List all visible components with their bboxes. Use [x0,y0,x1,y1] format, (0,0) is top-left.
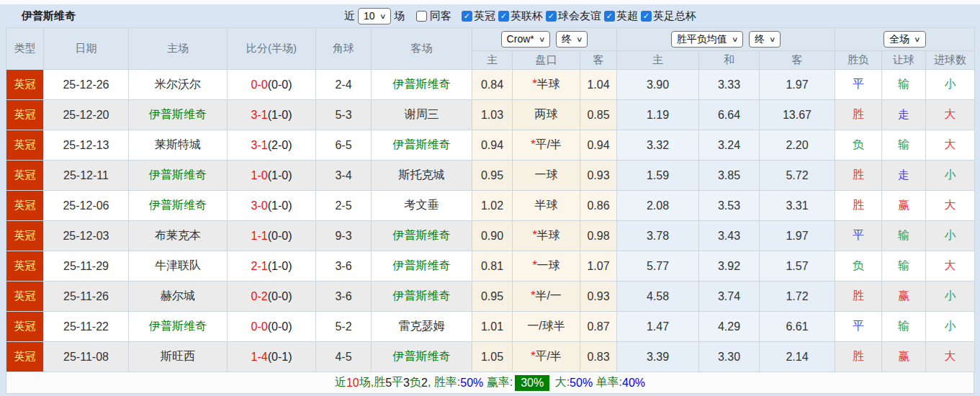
match-score: 1-1(0-0) [228,221,316,251]
handicap: *半球 [513,221,580,251]
league-filter-item[interactable]: ✓ 英联杯 [498,9,543,23]
halftime-score: (0-0) [268,290,292,302]
odds-away: 0.94 [580,130,617,161]
result-cell: 胜 [835,100,882,130]
halftime-score: (1-0) [268,109,292,121]
table-row: 英冠 25-11-29 牛津联队 2-1(1-0) 3-6 伊普斯维奇 0.81… [6,251,975,282]
league-checkbox[interactable]: ✓ [462,11,472,22]
league-checkbox[interactable]: ✓ [604,11,615,22]
halftime-score: (1-0) [268,260,292,272]
league-filter-item[interactable]: ✓ 球会友谊 [546,9,601,23]
sub-header-goals: 进球数 [926,51,975,70]
league-checkbox[interactable]: ✓ [498,11,509,22]
match-date: 25-11-22 [44,312,129,342]
league-filter-item[interactable]: ✓ 英冠 [462,9,495,23]
home-team: 米尔沃尔 [129,70,228,100]
avg-home-odds: 1.19 [617,100,699,130]
odds-company-value: Crow* [507,33,534,45]
match-score: 3-0(1-0) [228,191,316,221]
corner-score: 3-6 [316,251,372,282]
avg-away-odds: 2.20 [760,130,835,161]
match-score: 1-0(1-0) [228,161,316,191]
avg-time-value: 终 [755,33,765,45]
goals-result-cell: 大 [926,100,975,130]
odds-away: 0.93 [580,282,617,312]
avg-away-odds: 1.57 [760,251,835,282]
home-team: 伊普斯维奇 [129,100,228,130]
league-badge: 英冠 [6,70,44,100]
win-draw-lose-result: 负 [853,138,864,150]
check-icon: ✓ [606,12,613,21]
odds-home: 1.02 [472,191,513,221]
result-cell: 负 [835,251,882,282]
avg-draw-odds: 3.43 [699,221,760,251]
summary-segment: 平 [392,375,403,390]
avg-away-odds: 13.67 [760,100,835,130]
recent-games-select[interactable]: 10 ∨ [358,8,391,24]
win-draw-lose-result: 胜 [853,168,864,181]
avg-odds-select[interactable]: 胜平负均值 ∨ [671,31,743,48]
handicap-result: 输 [898,259,909,271]
sub-header-avg-home: 主 [617,51,699,70]
result-cell: 平 [835,312,882,342]
avg-home-odds: 5.77 [617,251,699,282]
match-date: 25-12-20 [44,100,129,130]
odds-home: 0.90 [472,221,513,251]
summary-segment: 大: [552,375,570,390]
goals-result: 大 [945,108,956,120]
league-badge: 英冠 [6,312,44,342]
halftime-score: (0-1) [268,351,292,363]
result-cell: 胜 [835,161,882,191]
result-cell: 平 [835,70,882,100]
avg-home-odds: 3.78 [617,221,699,251]
goals-result-cell: 大 [926,130,975,161]
avg-home-odds: 3.90 [617,70,699,100]
league-checkbox[interactable]: ✓ [641,11,652,22]
handicap-result: 输 [898,320,909,332]
match-date: 25-11-26 [44,282,129,312]
home-team: 斯旺西 [129,342,228,372]
league-checkbox[interactable]: ✓ [546,11,557,22]
table-row: 英冠 25-12-13 莱斯特城 3-1(2-0) 6-5 伊普斯维奇 0.94… [6,130,975,161]
odds-away: 0.87 [580,312,617,342]
league-filter-label: 英冠 [474,9,495,23]
toolbar: 伊普斯维奇 近 10 ∨ 场 同客 ✓ 英冠 ✓ 英联杯 ✓ 球会友谊 ✓ 英超… [0,4,980,27]
same-away-filter[interactable]: 同客 [416,9,451,23]
chevron-down-icon: ∨ [732,33,739,45]
league-badge: 英冠 [6,342,44,372]
odds-home: 0.95 [472,282,513,312]
check-icon: ✓ [643,12,649,21]
league-filter-item[interactable]: ✓ 英足总杯 [641,9,696,23]
sub-header-odds-home: 主 [472,51,513,70]
odds-away: 1.04 [580,70,617,100]
odds-home: 0.95 [472,161,513,191]
fulltime-score: 1-1 [251,230,268,242]
handicap: *半球 [513,70,580,100]
avg-away-odds: 6.61 [760,312,835,342]
summary-segment: 负 [410,375,421,390]
win-draw-lose-result: 平 [853,320,864,332]
avg-time-select[interactable]: 终 ∨ [749,31,781,48]
handicap-text: 半球 [535,199,558,211]
period-select[interactable]: 全场 ∨ [884,31,925,48]
goals-result-cell: 小 [926,282,975,312]
odds-time-select[interactable]: 终 ∨ [556,31,588,48]
same-away-checkbox[interactable] [416,11,427,22]
league-badge: 英冠 [6,100,44,130]
avg-draw-odds: 3.33 [699,70,760,100]
corner-score: 2-4 [316,70,372,100]
away-team: 谢周三 [372,100,472,130]
goals-result-cell: 小 [926,70,975,100]
handicap-text: 两球 [535,108,558,120]
avg-home-odds: 4.58 [617,282,699,312]
table-row: 英冠 25-11-08 斯旺西 1-4(0-1) 4-5 伊普斯维奇 1.05 … [6,342,975,372]
chevron-down-icon: ∨ [576,33,583,45]
odds-home: 0.94 [472,130,513,161]
odds-time-value: 终 [562,33,572,45]
corner-score: 5-2 [316,312,372,342]
check-icon: ✓ [464,12,470,21]
league-filter-item[interactable]: ✓ 英超 [604,9,638,23]
fulltime-score: 1-4 [251,351,268,363]
odds-company-select[interactable]: Crow* ∨ [501,31,550,48]
corner-score: 5-3 [316,100,372,130]
